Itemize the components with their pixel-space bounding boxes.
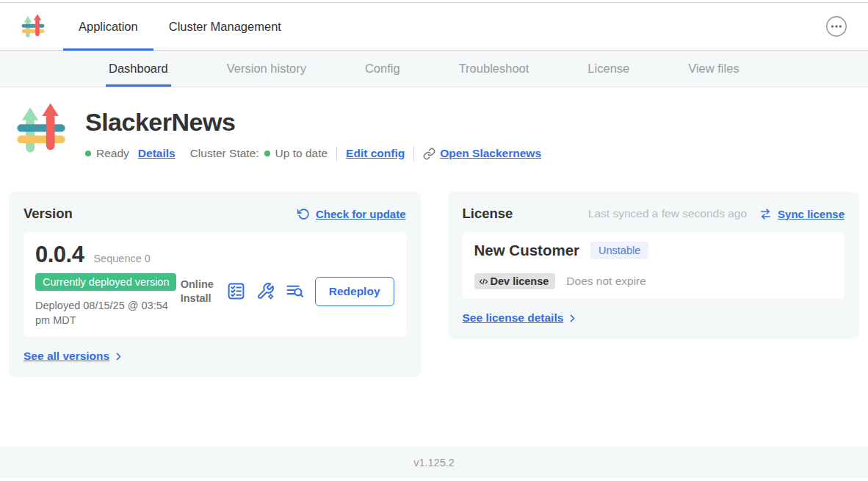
app-logo[interactable]: [21, 3, 46, 50]
refresh-icon: [297, 208, 310, 220]
see-license-details-label: See license details: [463, 311, 564, 325]
redeploy-button[interactable]: Redeploy: [315, 277, 394, 306]
check-for-update-link[interactable]: Check for update: [297, 208, 406, 220]
chevron-right-icon: [568, 314, 577, 323]
app-ready-dot: [85, 151, 91, 156]
tab-application-label: Application: [79, 20, 138, 34]
version-card-title: Version: [23, 206, 73, 222]
subnav-troubleshoot[interactable]: Troubleshoot: [459, 51, 529, 87]
cluster-state-dot: [264, 151, 270, 156]
channel-badge: Unstable: [590, 242, 648, 259]
wrench-gear-icon: [256, 282, 275, 300]
license-expiry-label: Does not expire: [566, 275, 646, 288]
deploy-logs-button[interactable]: [286, 282, 304, 300]
subnav-troubleshoot-label: Troubleshoot: [459, 62, 529, 76]
app-logo-icon: [15, 102, 68, 156]
sequence-label: Sequence 0: [93, 253, 150, 264]
version-number: 0.0.4: [35, 242, 84, 268]
see-all-versions-link[interactable]: See all versions: [23, 350, 123, 363]
open-app-link[interactable]: Open Slackernews: [423, 147, 541, 160]
divider: [336, 146, 337, 161]
app-logo-icon: [21, 14, 46, 39]
sync-license-link[interactable]: Sync license: [759, 208, 845, 220]
sync-arrows-icon: [759, 208, 772, 220]
tab-cluster-management[interactable]: Cluster Management: [153, 3, 297, 50]
main-header: Application Cluster Management: [0, 3, 868, 51]
app-subnav: Dashboard Version history Config Trouble…: [0, 51, 868, 87]
preflight-checks-button[interactable]: [227, 282, 245, 300]
open-app-label: Open Slackernews: [440, 147, 541, 160]
tab-cluster-management-label: Cluster Management: [169, 20, 281, 34]
header-tabs: Application Cluster Management: [63, 3, 297, 50]
subnav-view-files[interactable]: View files: [688, 51, 739, 87]
subnav-license-label: License: [587, 62, 629, 76]
see-all-versions-label: See all versions: [23, 350, 109, 363]
code-icon: [479, 277, 488, 286]
subnav-license[interactable]: License: [587, 51, 629, 87]
current-version-panel: 0.0.4 Sequence 0 Currently deployed vers…: [23, 232, 406, 337]
app-status-row: Ready Details Cluster State: Up to date …: [85, 146, 541, 161]
check-for-update-label: Check for update: [316, 208, 406, 220]
edit-config-link[interactable]: Edit config: [346, 147, 405, 160]
subnav-view-files-label: View files: [688, 62, 739, 76]
see-license-details-link[interactable]: See license details: [463, 311, 578, 325]
customer-name: New Customer: [474, 242, 580, 259]
install-type-label: Online Install: [181, 278, 216, 304]
subnav-version-history-label: Version history: [227, 62, 306, 76]
subnav-config[interactable]: Config: [365, 51, 400, 87]
console-footer: v1.125.2: [0, 446, 868, 478]
dashboard-main: SlackerNews Ready Details Cluster State:…: [0, 87, 868, 446]
cluster-state-label: Cluster State:: [190, 147, 259, 160]
cluster-state-value: Up to date: [275, 147, 328, 160]
console-version-label: v1.125.2: [413, 457, 455, 469]
app-heading-block: SlackerNews Ready Details Cluster State:…: [15, 102, 853, 161]
license-panel: New Customer Unstable Dev license Does n…: [463, 232, 845, 299]
license-type-badge: Dev license: [474, 273, 556, 289]
status-details-link[interactable]: Details: [138, 147, 176, 160]
link-icon: [423, 148, 435, 160]
last-synced-label: Last synced a few seconds ago: [588, 207, 747, 220]
chevron-right-icon: [114, 352, 123, 361]
license-card-title: License: [463, 206, 513, 222]
ellipsis-icon: [825, 15, 847, 37]
subnav-dashboard-label: Dashboard: [109, 62, 168, 76]
checklist-icon: [227, 282, 245, 300]
edit-config-button[interactable]: [256, 282, 275, 300]
sync-license-label: Sync license: [778, 208, 845, 220]
subnav-config-label: Config: [365, 62, 400, 76]
license-card: License Last synced a few seconds ago Sy…: [448, 192, 860, 339]
page-title: SlackerNews: [85, 108, 541, 137]
app-status-label: Ready: [96, 147, 129, 160]
deployed-timestamp: Deployed 08/15/25 @ 03:54 pm MDT: [35, 298, 181, 328]
subnav-version-history[interactable]: Version history: [227, 51, 306, 87]
version-card: Version Check for update 0.0.4 Sequence …: [9, 192, 421, 377]
divider: [413, 146, 414, 161]
app-logo-large: [15, 102, 68, 161]
license-type-label: Dev license: [491, 275, 549, 287]
subnav-dashboard[interactable]: Dashboard: [109, 51, 168, 87]
overflow-menu-button[interactable]: [825, 15, 847, 37]
tab-application[interactable]: Application: [63, 3, 153, 50]
deployed-status-badge: Currently deployed version: [35, 273, 176, 291]
logs-search-icon: [286, 282, 304, 300]
